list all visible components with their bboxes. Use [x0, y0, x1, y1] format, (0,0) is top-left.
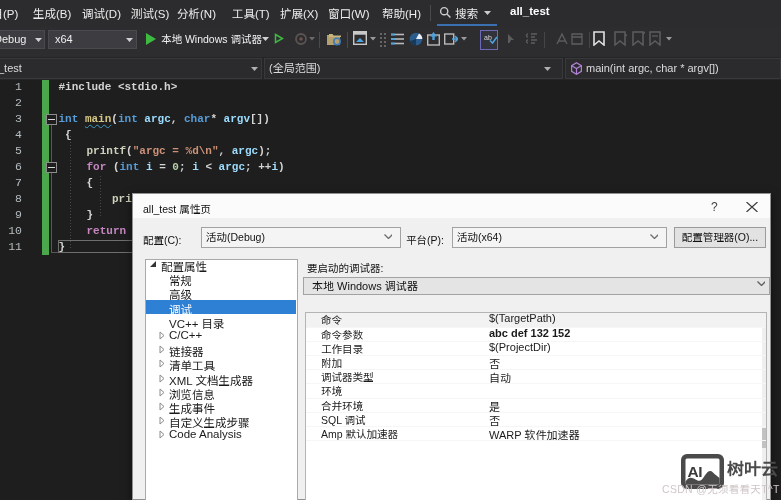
svg-text:ab: ab — [484, 34, 492, 41]
svg-text:AI: AI — [688, 463, 703, 480]
